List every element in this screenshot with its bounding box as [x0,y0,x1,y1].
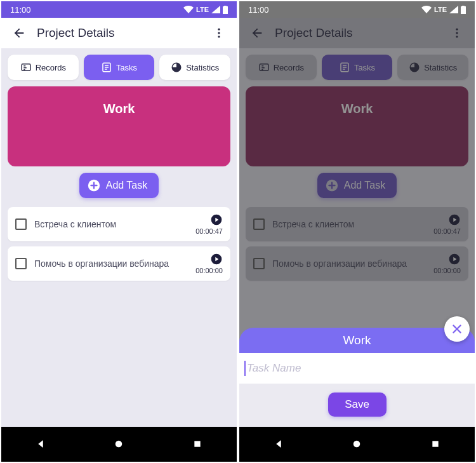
svg-rect-0 [223,6,228,14]
status-bar: 11:00 LTE [239,1,475,18]
close-icon [450,322,464,336]
add-task-button[interactable]: Add Task [79,173,159,198]
task-checkbox[interactable] [15,218,27,230]
task-name-input-wrap[interactable] [239,353,475,384]
sheet-title: Work [343,333,371,347]
svg-rect-12 [194,441,200,446]
nav-back-icon [35,438,46,450]
signal-icon [449,6,458,13]
tab-tasks[interactable]: Tasks [84,55,155,80]
nav-home[interactable] [103,431,135,457]
wifi-icon [183,6,194,13]
tab-records[interactable]: Records [8,55,79,80]
task-list: Встреча с клиентом 00:00:47 Помочь в орг… [1,207,237,281]
nav-recent-icon [430,439,440,449]
tab-statistics-label: Statistics [186,63,219,72]
svg-rect-1 [224,6,227,6]
nav-back[interactable] [263,431,294,457]
nav-recent[interactable] [420,431,451,457]
play-button[interactable] [210,253,223,265]
task-name: Помочь в организации вебинара [34,258,195,269]
task-name-input[interactable] [247,362,470,375]
task-time: 00:00:00 [195,267,223,274]
nav-recent[interactable] [182,431,213,457]
svg-point-3 [218,32,220,34]
tasks-icon [101,62,112,73]
play-button[interactable] [210,213,223,226]
android-nav-bar [239,427,475,461]
arrow-left-icon [12,26,26,40]
records-icon [20,62,32,73]
save-button[interactable]: Save [328,393,387,417]
svg-rect-25 [432,441,438,446]
tabs: Records Tasks Statistics [1,48,237,85]
task-name: Встреча с клиентом [34,218,195,230]
project-name: Work [103,102,135,116]
status-indicators: LTE [421,6,466,14]
nav-home-icon [113,438,124,450]
text-cursor [244,361,246,376]
battery-icon [223,6,228,14]
svg-point-4 [218,36,220,37]
status-net: LTE [434,6,447,13]
status-net: LTE [196,6,209,13]
signal-icon [211,6,220,13]
status-time: 11:00 [248,5,269,15]
nav-home[interactable] [341,431,373,457]
battery-icon [461,6,466,14]
task-row[interactable]: Встреча с клиентом 00:00:47 [8,207,230,241]
task-time: 00:00:47 [195,227,223,235]
nav-back-icon [273,438,284,450]
project-card[interactable]: Work [8,86,230,166]
svg-rect-14 [462,6,465,6]
svg-rect-13 [461,6,466,14]
tab-tasks-label: Tasks [116,63,137,72]
page-title: Project Details [32,26,206,40]
tab-records-label: Records [36,63,66,72]
add-task-sheet: Work Save [239,328,475,427]
save-button-label: Save [345,398,369,410]
android-nav-bar [1,427,237,461]
svg-point-11 [116,441,122,448]
close-button[interactable] [444,316,470,342]
status-indicators: LTE [183,6,228,14]
nav-recent-icon [192,439,202,449]
add-task-label: Add Task [106,180,148,191]
menu-button[interactable] [206,20,232,46]
status-time: 11:00 [10,5,31,15]
svg-point-24 [354,441,360,448]
kebab-icon [213,27,225,39]
back-button[interactable] [6,20,32,46]
play-circle-icon [210,253,223,265]
play-circle-icon [210,213,223,226]
nav-home-icon [351,438,362,450]
plus-circle-icon [87,178,101,192]
wifi-icon [421,6,432,13]
app-top-bar: Project Details [1,18,237,48]
sheet-header: Work [239,328,475,353]
nav-back[interactable] [25,431,56,457]
svg-point-2 [218,29,220,30]
status-bar: 11:00 LTE [1,1,237,18]
statistics-icon [171,62,182,73]
task-checkbox[interactable] [15,258,27,269]
task-row[interactable]: Помочь в организации вебинара 00:00:00 [8,246,230,281]
tab-statistics[interactable]: Statistics [159,55,230,80]
